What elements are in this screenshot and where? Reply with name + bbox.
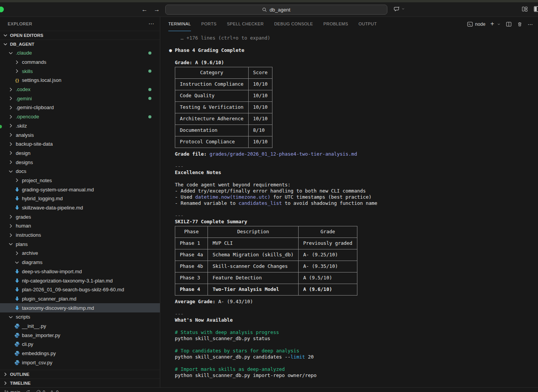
tree-item-skilz[interactable]: .skilz [0,121,160,131]
tab-output[interactable]: OUTPUT [359,17,377,31]
tree-item-label: taxonomy-discovery-skillsmp.md [22,305,94,311]
chevron-right-icon [14,59,20,65]
problems-indicator[interactable]: 0 0 [36,390,58,392]
explorer-more-actions-icon[interactable]: ⋯ [148,20,154,27]
tree-item-diagrams[interactable]: diagrams [0,258,160,267]
panel-more-actions-icon[interactable]: ⋯ [528,21,533,27]
table-cell: Protocol Compliance [175,136,249,148]
tree-item-label: __init__.py [22,323,46,329]
tree-item-backup-site-data[interactable]: backup-site-data [0,140,160,149]
tree-item-label: .gemini [16,96,32,101]
sync-changes-button[interactable] [26,390,31,392]
table-cell: Testing & Verification [175,102,249,113]
tab-debug-console[interactable]: DEBUG CONSOLE [274,17,313,31]
toggle-panel-icon[interactable] [533,5,538,13]
tree-item-docs[interactable]: docs [0,167,160,176]
tree-item-scripts[interactable]: scripts [0,312,160,322]
tree-item-import-csv-py[interactable]: import_csv.py [0,358,160,367]
tab-terminal[interactable]: TERMINAL [168,17,191,31]
tab-ports[interactable]: PORTS [201,17,217,31]
tab-spell-checker[interactable]: SPELL CHECKER [227,17,264,31]
tree-item-skills[interactable]: skills [0,66,160,76]
terminal-table: CategoryScoreInstruction Compliance10/10… [175,67,272,148]
split-terminal-icon[interactable] [506,21,512,27]
table-cell: A- (9.25/10) [298,249,357,261]
tree-item-nlp-categorization-taxonomy-3-1-plan-md[interactable]: nlp-categorization-taxonomy-3.1-plan.md [0,276,160,285]
tree-item-analysis[interactable]: analysis [0,130,160,140]
tree-item-gemini[interactable]: .gemini [0,94,160,103]
tree-item-label: plugin_scanner_plan.md [22,296,76,302]
tree-item-cli-py[interactable]: cli.py [0,340,160,349]
tree-item-instructions[interactable]: instructions [0,231,160,240]
tree-item-grades[interactable]: grades [0,212,160,221]
terminal-blank-line [169,305,538,311]
markdown-file-icon [14,305,20,311]
tree-item-base-importer-py[interactable]: base_importer.py [0,331,160,340]
tab-problems[interactable]: PROBLEMS [324,17,348,31]
tree-item-archive[interactable]: archive [0,249,160,258]
table-cell: Instruction Compliance [175,79,249,90]
tree-item-taxonomy-discovery-skillsmp-md[interactable]: taxonomy-discovery-skillsmp.md [0,303,160,312]
table-cell: Skill-scanner Code Changes [208,261,299,272]
terminal-output[interactable]: … +176 lines (ctrl+o to expand)● Phase 4… [160,31,538,387]
root-folder-section[interactable]: DB_AGENT [0,40,160,48]
terminal-instance-node[interactable]: node [467,21,485,27]
tree-item-label: diagrams [22,259,42,265]
table-cell: Phase 4 [175,284,208,296]
chevron-right-icon [8,105,14,111]
tree-item-deep-vs-shallow-import-md[interactable]: deep-vs-shallow-import.md [0,267,160,276]
tree-item-commands[interactable]: commands [0,58,160,67]
window-maximize-button[interactable] [0,7,4,12]
tree-item-human[interactable]: human [0,221,160,231]
open-editors-section[interactable]: OPEN EDITORS [0,31,160,40]
git-branch-indicator[interactable]: main [4,390,20,392]
git-status-dot [148,70,151,73]
terminal-text-segment: datetime.now(timezone.utc) [195,194,271,200]
copilot-chat-button[interactable] [394,5,405,12]
tree-item-label: backup-site-data [16,141,53,147]
terminal-text-segment: Grade: A (9.6/10) [169,60,224,65]
tree-item-embeddings-py[interactable]: embeddings.py [0,349,160,358]
customize-layout-icon[interactable] [521,6,528,12]
forward-arrow-icon[interactable]: → [154,6,160,13]
tree-item-label: .codex [16,86,30,92]
terminal-launch-chevron-icon[interactable] [497,22,501,26]
tree-item-designs[interactable]: designs [0,158,160,167]
tree-item-gemini-clipboard[interactable]: .gemini-clipboard [0,103,160,112]
chevron-right-icon [8,95,14,101]
command-center-search[interactable]: db_agent [165,5,387,15]
table-row: Code Quality10/10 [175,90,272,102]
tree-item-design[interactable]: design [0,149,160,158]
panel-header: TERMINALPORTSSPELL CHECKERDEBUG CONSOLEP… [160,17,538,31]
chevron-down-icon [14,259,20,266]
kill-terminal-trash-icon[interactable] [517,21,523,27]
tree-item-label: docs [16,168,26,174]
panel-tabs: TERMINALPORTSSPELL CHECKERDEBUG CONSOLEP… [168,17,387,31]
tree-item-project-notes[interactable]: project_notes [0,176,160,185]
tree-item-plugin-scanner-plan-md[interactable]: plugin_scanner_plan.md [0,294,160,304]
new-terminal-button[interactable]: + [490,20,494,28]
tree-item-claude[interactable]: .claude [0,48,160,58]
markdown-file-icon [14,296,20,302]
terminal-line: --- [169,213,538,219]
terminal-text-segment: SKILZ-77 Complete Summary [169,219,247,224]
terminal-text-segment: … +176 lines (ctrl+o to expand) [169,35,270,41]
tree-item-plans[interactable]: plans [0,239,160,249]
tree-item-settings-local-json[interactable]: { }settings.local.json [0,76,160,85]
tree-item-skillzwave-data-pipeline-md[interactable]: skillzwave-data-pipeline.md [0,203,160,213]
tree-item-codex[interactable]: .codex [0,85,160,94]
tree-item-grading-system-user-manual-md[interactable]: grading-system-user-manual.md [0,185,160,194]
back-arrow-icon[interactable]: ← [141,6,148,13]
chevron-right-icon [8,159,14,165]
tree-item-plan-2026-01-09-search-bugs-skilz-69-60-md[interactable]: plan-2026_01_09-search-bugs-skilz-69-60.… [0,285,160,294]
tree-item-init-py[interactable]: __init__.py [0,322,160,331]
terminal-text-segment: # Top candidates by stars for deep analy… [169,348,299,354]
terminal-blank-line [169,53,538,60]
tree-item-opencode[interactable]: .opencode [0,112,160,121]
outline-section[interactable]: OUTLINE [0,370,160,379]
terminal-line: Excellence Notes [169,169,538,176]
title-bar: ← → db_agent [0,2,538,17]
tree-item-hybrid-logging-md[interactable]: hybrid_logging.md [0,194,160,203]
table-cell: Phase 1 [175,238,208,249]
timeline-section[interactable]: TIMELINE [0,379,160,387]
